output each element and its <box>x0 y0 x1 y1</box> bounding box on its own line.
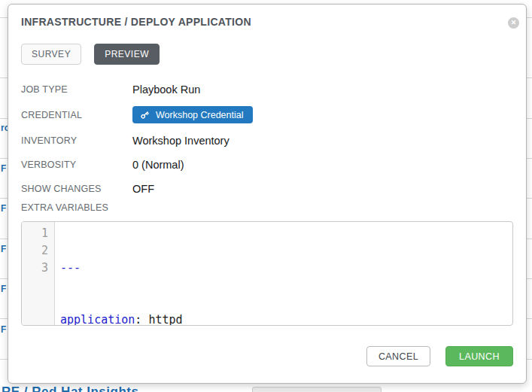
code-line: --- <box>60 260 183 277</box>
detail-row-job-type: JOB TYPE Playbook Run <box>21 82 513 97</box>
background-link-fragment: F <box>1 284 8 294</box>
show-changes-label: SHOW CHANGES <box>21 184 132 194</box>
verbosity-value: 0 (Normal) <box>132 159 184 171</box>
close-icon: ✕ <box>511 20 517 26</box>
inventory-value: Workshop Inventory <box>132 135 230 147</box>
close-button[interactable]: ✕ <box>508 17 519 29</box>
extra-variables-editor[interactable]: 1 2 3 --- application: httpd <box>21 221 513 326</box>
cancel-button[interactable]: CANCEL <box>366 346 430 366</box>
tab-preview[interactable]: PREVIEW <box>94 44 160 65</box>
background-link-fragment: F <box>1 244 8 254</box>
background-link-fragment: F <box>1 203 8 214</box>
extra-variables-label: EXTRA VARIABLES <box>21 202 108 213</box>
editor-code-area[interactable]: --- application: httpd <box>55 222 183 325</box>
job-type-value: Playbook Run <box>132 84 200 96</box>
modal-title: INFRASTRUCTURE / DEPLOY APPLICATION <box>21 16 251 28</box>
show-changes-value: OFF <box>132 183 154 195</box>
credential-badge[interactable]: Workshop Credential <box>132 106 253 123</box>
detail-row-inventory: INVENTORY Workshop Inventory <box>21 133 513 148</box>
deploy-application-modal: INFRASTRUCTURE / DEPLOY APPLICATION ✕ SU… <box>8 4 527 384</box>
background-chip <box>252 387 382 392</box>
job-type-label: JOB TYPE <box>21 84 132 95</box>
background-template-link: RE / Red Hat Insights <box>2 384 138 392</box>
detail-row-credential: CREDENTIAL Workshop Credential <box>21 106 513 123</box>
line-number: 3 <box>22 260 48 277</box>
key-icon <box>140 110 150 120</box>
verbosity-label: VERBOSITY <box>21 160 132 170</box>
detail-row-verbosity: VERBOSITY 0 (Normal) <box>21 157 513 172</box>
code-line: application: httpd <box>60 311 183 326</box>
modal-tabs: SURVEY PREVIEW <box>21 44 160 65</box>
launch-button[interactable]: LAUNCH <box>445 346 513 366</box>
inventory-label: INVENTORY <box>21 135 132 146</box>
background-link-fragment: F <box>1 324 8 335</box>
credential-badge-label: Workshop Credential <box>156 110 244 120</box>
line-number: 2 <box>22 242 48 260</box>
background-link-fragment: F <box>1 163 8 174</box>
credential-label: CREDENTIAL <box>21 110 132 120</box>
page-background: ro F F F F F RE / Red Hat Insights INFRA… <box>0 0 532 392</box>
tab-survey[interactable]: SURVEY <box>21 44 81 65</box>
background-link-fragment: ro <box>1 123 8 133</box>
editor-line-numbers: 1 2 3 <box>22 222 55 325</box>
line-number: 1 <box>22 225 48 242</box>
detail-row-show-changes: SHOW CHANGES OFF <box>21 181 513 196</box>
